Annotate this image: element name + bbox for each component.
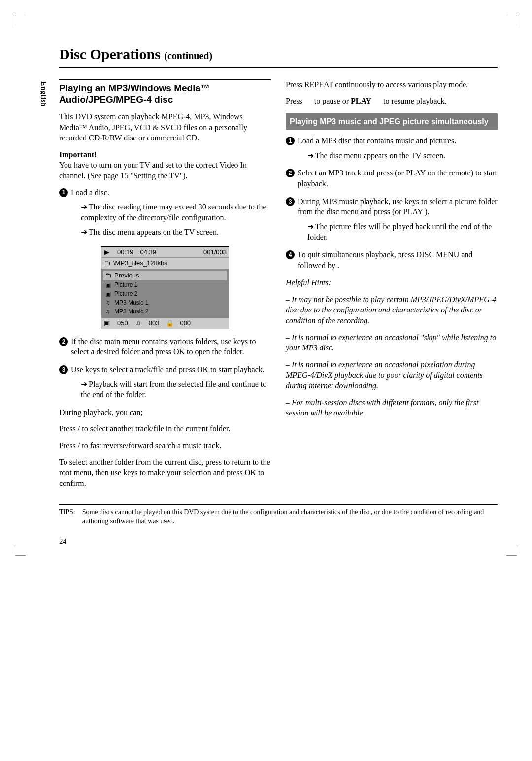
disc-menu-body: 🗀 Previous ▣ Picture 1 ▣ Picture 2 ♫ MP3… (101, 269, 229, 318)
step1-b: ➜ The disc reading time may exceed 30 se… (71, 202, 271, 223)
important-text: You have to turn on your TV and set to t… (59, 161, 247, 180)
page-title: Disc Operations (continued) (59, 44, 498, 68)
step-badge-icon: 2 (59, 337, 68, 346)
hint-2: – It is normal to experience an occasion… (286, 332, 498, 353)
hint-3: – It is normal to experience an occasion… (286, 359, 498, 391)
page-title-main: Disc Operations (59, 46, 161, 62)
tips-text: Some discs cannot be played on this DVD … (82, 508, 498, 526)
repeat-text: Press REPEAT continuously to access vari… (286, 79, 498, 90)
r-step1-a: Load a MP3 disc that contains music and … (298, 136, 498, 146)
step-badge-icon: 1 (286, 137, 295, 145)
during-1: Press / to select another track/file in … (59, 423, 271, 434)
step-badge-icon: 3 (59, 365, 68, 374)
r-step1-b: ➜ The disc menu appears on the TV screen… (298, 150, 498, 161)
hint-1: – It may not be possible to play certain… (286, 294, 498, 326)
important-block: Important! You have to turn on your TV a… (59, 149, 271, 181)
intro-paragraph: This DVD system can playback MPEG-4, MP3… (59, 111, 271, 143)
step-badge-icon: 1 (59, 188, 68, 197)
hints-label: Helpful Hints: (286, 277, 498, 288)
folder-icon: 🗀 (103, 259, 110, 268)
lock-icon: 🔒 (166, 319, 173, 328)
step-badge-icon: 2 (286, 169, 295, 177)
step1-a: Load a disc. (71, 187, 271, 198)
during-intro: During playback, you can; (59, 407, 271, 418)
sub-heading: Playing MP3 music and JPEG picture simul… (286, 113, 498, 130)
disc-menu-footer: ▣ 050 ♫ 003 🔒 000 (101, 318, 229, 329)
picture-icon: ▣ (103, 319, 110, 328)
disc-menu-path: \MP3_files_128kbs (113, 259, 167, 268)
right-column: Press REPEAT continuously to access vari… (286, 79, 498, 495)
step-2: 2 If the disc main menu contains various… (59, 336, 271, 361)
r-step2: Select an MP3 track and press (or PLAY o… (298, 168, 498, 189)
page-title-continued: (continued) (164, 50, 212, 61)
crop-mark (15, 15, 26, 26)
pause-text: Press to pause or PLAY to resume playbac… (286, 96, 498, 106)
r-step-3: 3 During MP3 music playback, use keys to… (286, 196, 498, 246)
r-step3-a: During MP3 music playback, use keys to s… (298, 196, 498, 217)
step-badge-icon: 3 (286, 197, 295, 206)
during-3: To select another folder from the curren… (59, 457, 271, 489)
disc-menu-item: ▣ Picture 1 (103, 280, 227, 289)
disc-menu-path-row: 🗀 \MP3_files_128kbs (101, 257, 229, 269)
during-2: Press / to fast reverse/forward search a… (59, 440, 271, 451)
disc-menu-figure: ▶ 00:19 04:39 001/003 🗀 \MP3_files_128kb… (101, 246, 229, 329)
picture-icon: ▣ (104, 290, 111, 298)
step-3: 3 Use keys to select a track/file and pr… (59, 364, 271, 404)
disc-menu-item: ♫ MP3 Music 2 (103, 307, 227, 316)
r-step4: To quit simultaneous playback, press DIS… (298, 249, 498, 271)
hint-4: – For multi-session discs with different… (286, 397, 498, 418)
time-total: 04:39 (140, 248, 157, 257)
language-tab: English (38, 81, 48, 107)
crop-mark (506, 15, 517, 26)
page-number: 24 (59, 536, 498, 546)
section-heading: Playing an MP3/Windows Media™ Audio/JPEG… (59, 79, 271, 106)
play-icon: ▶ (103, 248, 110, 257)
music-icon: ♫ (135, 319, 142, 328)
r-step-2: 2 Select an MP3 track and press (or PLAY… (286, 168, 498, 193)
track-count: 001/003 (203, 248, 227, 257)
step2-text: If the disc main menu contains various f… (71, 336, 271, 357)
step1-c: ➜ The disc menu appears on the TV screen… (71, 227, 271, 238)
disc-menu-item: ♫ MP3 Music 1 (103, 298, 227, 307)
r-step-4: 4 To quit simultaneous playback, press D… (286, 249, 498, 275)
left-column: Playing an MP3/Windows Media™ Audio/JPEG… (59, 79, 271, 495)
step3-a: Use keys to select a track/file and pres… (71, 364, 271, 375)
picture-icon: ▣ (104, 281, 111, 289)
tips-footer: TIPS: Some discs cannot be played on thi… (59, 504, 498, 526)
important-label: Important! (59, 150, 97, 159)
crop-mark (506, 545, 517, 556)
disc-menu-item: ▣ Picture 2 (103, 289, 227, 298)
folder-icon: 🗀 (104, 271, 111, 280)
step3-b: ➜ Playback will start from the selected … (71, 379, 271, 400)
r-step3-b: ➜ The picture files will be played back … (298, 221, 498, 242)
time-elapsed: 00:19 (117, 248, 133, 257)
music-icon: ♫ (104, 299, 111, 307)
disc-menu-header: ▶ 00:19 04:39 001/003 (101, 247, 229, 258)
crop-mark (15, 545, 26, 556)
music-icon: ♫ (104, 308, 111, 315)
step-1: 1 Load a disc. ➜ The disc reading time m… (59, 187, 271, 242)
step-badge-icon: 4 (286, 250, 295, 259)
r-step-1: 1 Load a MP3 disc that contains music an… (286, 136, 498, 165)
tips-label: TIPS: (59, 508, 75, 526)
disc-menu-previous: 🗀 Previous (103, 271, 227, 280)
